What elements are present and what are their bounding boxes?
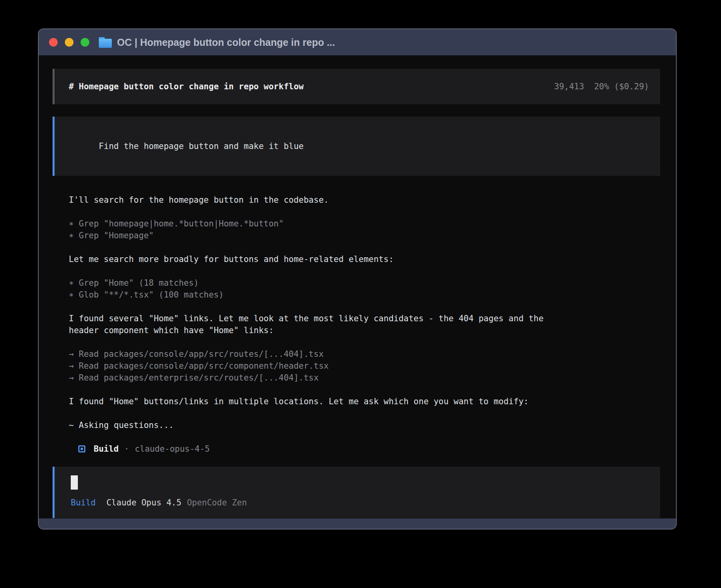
file-read-line: → Read packages/console/app/src/componen… [69,360,660,372]
input-provider-label: OpenCode Zen [187,497,247,509]
assistant-text-line: header component which have "Home" links… [69,324,660,336]
agent-status-row: Build · claude-opus-4-5 [69,443,660,455]
working-status-line: ~ Asking questions... [69,419,660,431]
zoom-button[interactable] [81,38,89,47]
traffic-lights [49,38,89,47]
tool-call-line: ∗ Grep "Home" (18 matches) [69,277,660,289]
terminal-content: # Homepage button color change in repo w… [39,55,676,518]
app-window: OC | Homepage button color change in rep… [38,28,677,530]
text-cursor [71,475,78,490]
session-header: # Homepage button color change in repo w… [53,69,660,104]
agent-name: Build [94,443,119,455]
status-separator: · [124,443,129,455]
assistant-text-line: I found "Home" buttons/links in multiple… [69,396,660,407]
agent-build-icon [78,445,85,452]
file-read-line: → Read packages/console/app/src/routes/[… [69,348,660,360]
input-model-label: Claude Opus 4.5 [106,497,181,509]
file-read-line: → Read packages/enterprise/src/routes/[.… [69,372,660,384]
input-status-row: Build Claude Opus 4.5 OpenCode Zen [71,497,649,509]
conversation: I'll search for the homepage button in t… [69,194,660,455]
minimize-button[interactable] [65,38,74,47]
tool-call-line: ∗ Grep "homepage|home.*button|Home.*butt… [69,218,660,230]
window-bottom-bar [39,518,676,529]
folder-icon [99,37,112,48]
window-titlebar[interactable]: OC | Homepage button color change in rep… [39,29,676,55]
session-title: # Homepage button color change in repo w… [69,81,304,92]
prompt-input-editor[interactable]: Build Claude Opus 4.5 OpenCode Zen [53,467,660,518]
tool-call-line: ∗ Grep "Homepage" [69,230,660,241]
tool-call-line: ∗ Glob "**/*.tsx" (100 matches) [69,289,660,301]
close-button[interactable] [49,38,58,47]
assistant-text-line: I'll search for the homepage button in t… [69,194,660,206]
assistant-text-line: I found several "Home" links. Let me loo… [69,313,660,324]
user-message: Find the homepage button and make it blu… [53,117,660,176]
assistant-text-line: Let me search more broadly for buttons a… [69,253,660,265]
session-stats: 39,413 20% ($0.29) [554,81,649,92]
user-message-text: Find the homepage button and make it blu… [99,141,304,151]
input-agent-label: Build [71,497,96,509]
window-title: OC | Homepage button color change in rep… [117,37,335,48]
agent-model: claude-opus-4-5 [135,443,210,455]
